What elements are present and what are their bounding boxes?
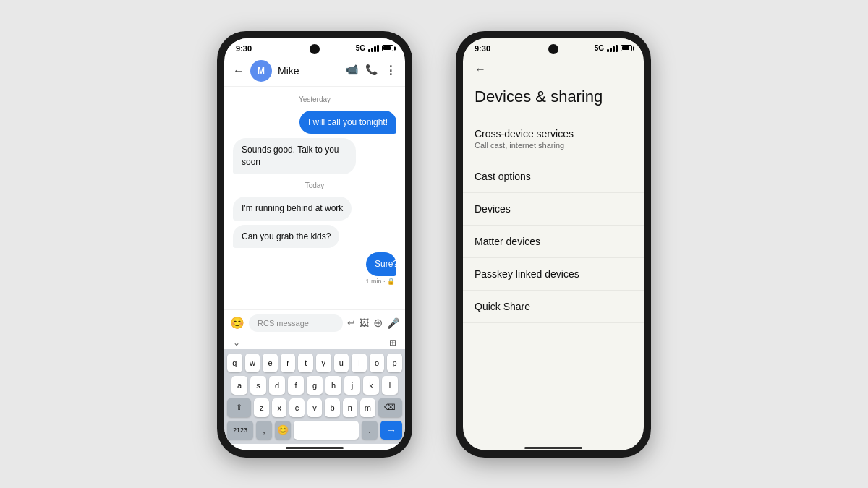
emoji-button[interactable]: 😊 [230,316,244,330]
network-label: 5G [356,44,365,52]
key-backspace[interactable]: ⌫ [378,398,402,417]
keyboard-row-4: ?123 , 😊 . → [227,421,402,440]
key-n[interactable]: n [343,398,357,417]
key-h[interactable]: h [326,376,341,395]
network-label-settings: 5G [595,44,604,52]
key-p[interactable]: p [387,354,402,372]
phone-notch [310,44,320,54]
date-label-today: Today [233,181,396,189]
message-input-bar: 😊 RCS message ↩ 🖼 ⊕ 🎤 [224,309,405,336]
key-l[interactable]: l [382,376,398,395]
home-indicator-settings [524,447,582,449]
keyboard-row-2: a s d f g h j k l [227,376,402,395]
key-shift[interactable]: ⇧ [227,398,251,417]
key-o[interactable]: o [370,354,385,372]
keyboard-expand-icon[interactable]: ⌄ [233,338,240,348]
key-period[interactable]: . [362,421,378,440]
key-space[interactable] [294,421,359,440]
back-button[interactable]: ← [233,64,244,77]
key-c[interactable]: c [289,398,304,417]
settings-item-cast[interactable]: Cast options [463,160,644,193]
chat-header: ← M Mike 📹 📞 ⋮ [224,56,405,87]
key-d[interactable]: d [269,376,285,395]
key-comma[interactable]: , [256,421,272,440]
key-t[interactable]: t [298,354,313,372]
settings-item-devices[interactable]: Devices [463,193,644,226]
key-x[interactable]: x [272,398,286,417]
date-label-yesterday: Yesterday [233,95,396,103]
key-send[interactable]: → [380,421,402,440]
key-s[interactable]: s [250,376,266,395]
phone-messages: 9:30 5G ← M Mike 📹 📞 [217,31,412,458]
settings-page-title: Devices & sharing [463,80,644,118]
video-call-icon[interactable]: 📹 [346,64,358,77]
settings-item-title-matter: Matter devices [475,236,632,247]
mic-icon[interactable]: 🎤 [387,317,399,329]
keyboard-row-3: ⇧ z x c v b n m ⌫ [227,398,402,417]
key-b[interactable]: b [325,398,339,417]
keyboard-toggle-row: ⌄ ⊞ [224,336,405,349]
phone-settings: 9:30 5G ← Devices & sharing [456,31,651,458]
message-bubble-received-2: I'm running behind at work [233,197,352,221]
key-m[interactable]: m [360,398,375,417]
message-meta: 1 min · 🔒 [365,278,396,285]
signal-icon-settings [607,45,618,52]
settings-nav-header: ← [463,56,644,80]
reply-icon[interactable]: ↩ [347,317,355,328]
key-v[interactable]: v [307,398,322,417]
keyboard-grid-icon[interactable]: ⊞ [389,338,396,348]
more-options-icon[interactable]: ⋮ [385,64,396,77]
messages-area: Yesterday I will call you tonight! Sound… [224,87,405,309]
key-g[interactable]: g [307,376,323,395]
key-r[interactable]: r [281,354,296,372]
signal-icon [368,45,379,52]
settings-item-title-devices: Devices [475,203,632,215]
message-bubble-received-3: Can you grab the kids? [233,225,339,249]
settings-item-cross-device[interactable]: Cross-device services Call cast, interne… [463,118,644,160]
settings-item-quickshare[interactable]: Quick Share [463,291,644,323]
battery-icon-settings [621,45,632,51]
home-indicator [286,447,344,449]
keyboard: q w e r t y u i o p a s d f g h j k [224,349,405,444]
status-icons: 5G [356,44,393,52]
phone-call-icon[interactable]: 📞 [365,64,378,77]
key-u[interactable]: u [334,354,349,372]
battery-icon [382,45,393,51]
message-row-sent-2: Sure? 1 min · 🔒 [233,252,396,285]
contact-name: Mike [278,65,340,77]
key-f[interactable]: f [288,376,304,395]
key-q[interactable]: q [227,354,242,372]
phone-notch-2 [548,44,558,54]
key-i[interactable]: i [352,354,367,372]
chat-header-icons: 📹 📞 ⋮ [346,64,396,77]
image-icon[interactable]: 🖼 [359,317,369,328]
settings-item-matter[interactable]: Matter devices [463,226,644,258]
message-bubble-sent-1: I will call you tonight! [299,111,396,134]
settings-item-title-cast: Cast options [475,171,632,182]
settings-item-subtitle-cross-device: Call cast, internet sharing [475,141,632,150]
keyboard-row-1: q w e r t y u i o p [227,354,402,372]
settings-item-passkey[interactable]: Passkey linked devices [463,258,644,291]
messages-screen: 9:30 5G ← M Mike 📹 📞 [224,38,405,450]
key-emoji[interactable]: 😊 [275,421,291,440]
settings-screen: 9:30 5G ← Devices & sharing [463,38,644,450]
input-action-icons: ↩ 🖼 ⊕ 🎤 [347,316,399,330]
status-time: 9:30 [236,44,252,53]
key-w[interactable]: w [245,354,260,372]
settings-list: Cross-device services Call cast, interne… [463,118,644,444]
key-numeric[interactable]: ?123 [227,421,253,440]
message-input[interactable]: RCS message [249,314,343,332]
key-y[interactable]: y [316,354,331,372]
settings-item-title-passkey: Passkey linked devices [475,268,632,280]
settings-back-button[interactable]: ← [475,63,486,76]
key-z[interactable]: z [254,398,268,417]
message-row-sent-1: I will call you tonight! [233,111,396,134]
key-j[interactable]: j [344,376,360,395]
key-e[interactable]: e [263,354,278,372]
add-icon[interactable]: ⊕ [373,316,383,330]
key-k[interactable]: k [363,376,379,395]
message-row-received-3: Can you grab the kids? [233,225,396,249]
key-a[interactable]: a [231,376,247,395]
message-bubble-sent-2: Sure? [366,252,396,276]
status-icons-settings: 5G [595,44,632,52]
